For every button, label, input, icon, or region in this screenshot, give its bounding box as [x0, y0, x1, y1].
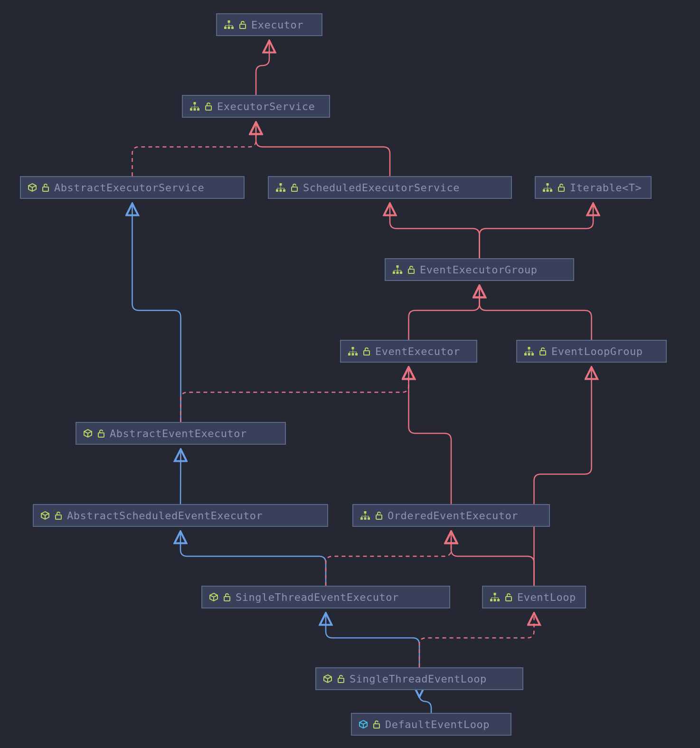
edge-AbstractScheduledEventExecutor-AbstractEventExecutor [180, 450, 181, 504]
svg-rect-2 [228, 27, 230, 29]
svg-rect-37 [544, 188, 544, 189]
svg-rect-14 [195, 104, 195, 107]
svg-rect-30 [292, 187, 297, 191]
svg-rect-77 [365, 514, 366, 516]
svg-rect-18 [195, 107, 195, 108]
svg-rect-43 [397, 271, 399, 274]
node-label: OrderedEventExecutor [388, 510, 518, 522]
edge-EventExecutor-EventExecutorGroup [409, 287, 480, 340]
unlocked-icon [373, 720, 380, 729]
svg-rect-50 [408, 269, 414, 273]
node-label: Executor [251, 19, 303, 31]
interface-icon [348, 346, 358, 356]
edge-AbstractEventExecutor-AbstractExecutorService [132, 205, 181, 422]
unlocked-icon [558, 183, 565, 192]
svg-rect-9 [240, 24, 246, 28]
svg-rect-17 [198, 107, 199, 108]
node-AbstractExecutorService[interactable]: AbstractExecutorService [20, 176, 245, 199]
svg-rect-65 [529, 349, 530, 352]
edge-ExecutorService-Executor [256, 42, 269, 95]
svg-rect-24 [283, 189, 285, 192]
class-icon [209, 592, 218, 602]
svg-rect-42 [393, 271, 395, 274]
svg-rect-22 [276, 189, 278, 192]
svg-rect-79 [361, 516, 362, 517]
svg-rect-95 [374, 724, 379, 728]
node-label: ExecutorService [217, 101, 315, 112]
svg-rect-93 [506, 597, 511, 601]
svg-rect-67 [525, 352, 526, 353]
svg-rect-34 [550, 189, 552, 192]
node-EventLoopGroup[interactable]: EventLoopGroup [516, 340, 667, 363]
svg-rect-10 [194, 102, 196, 104]
svg-rect-6 [225, 25, 226, 27]
svg-rect-68 [532, 352, 533, 353]
svg-rect-69 [529, 352, 530, 353]
svg-rect-48 [401, 270, 401, 271]
node-EventLoop[interactable]: EventLoop [482, 586, 586, 608]
svg-rect-38 [551, 188, 551, 189]
node-label: EventExecutorGroup [420, 264, 537, 276]
svg-rect-40 [558, 187, 564, 191]
class-icon [359, 720, 368, 729]
svg-rect-80 [369, 516, 369, 517]
node-label: EventLoop [517, 591, 576, 603]
svg-rect-8 [229, 25, 229, 27]
unlocked-icon [363, 347, 370, 355]
unlocked-icon [375, 511, 383, 520]
svg-rect-25 [281, 186, 281, 188]
svg-rect-31 [547, 183, 549, 186]
svg-rect-19 [206, 106, 211, 110]
node-SingleThreadEventLoop[interactable]: SingleThreadEventLoop [315, 667, 523, 690]
class-icon [40, 511, 50, 520]
node-ScheduledExecutorService[interactable]: ScheduledExecutorService [268, 176, 512, 199]
node-Iterable[interactable]: Iterable<T> [535, 176, 652, 199]
svg-rect-92 [495, 598, 495, 599]
node-SingleThreadEventExecutor[interactable]: SingleThreadEventExecutor [201, 586, 450, 608]
interface-icon [490, 592, 500, 602]
svg-rect-32 [543, 189, 545, 192]
node-label: AbstractEventExecutor [110, 428, 247, 439]
class-hierarchy-diagram: Executor ExecutorService AbstractExecuto… [0, 0, 700, 748]
svg-rect-64 [531, 353, 534, 355]
svg-rect-1 [224, 27, 227, 29]
edge-OrderedEventExecutor-EventExecutor [409, 368, 452, 504]
unlocked-icon [337, 674, 345, 683]
node-label: SingleThreadEventExecutor [236, 591, 399, 603]
unlocked-icon [407, 265, 415, 274]
node-label: EventLoopGroup [551, 346, 643, 357]
edges-layer [0, 0, 700, 748]
svg-rect-60 [364, 351, 369, 355]
node-EventExecutorGroup[interactable]: EventExecutorGroup [385, 258, 574, 281]
node-Executor[interactable]: Executor [216, 13, 322, 36]
node-label: EventExecutor [375, 346, 460, 357]
edge-EventLoopGroup-EventExecutorGroup [480, 287, 592, 340]
node-label: SingleThreadEventLoop [350, 673, 487, 685]
svg-rect-83 [224, 597, 230, 601]
svg-rect-57 [349, 352, 350, 353]
unlocked-icon [539, 347, 547, 355]
svg-rect-4 [229, 23, 229, 25]
svg-rect-27 [277, 188, 277, 189]
node-EventExecutor[interactable]: EventExecutor [340, 340, 477, 363]
svg-rect-61 [528, 347, 530, 349]
svg-rect-29 [281, 188, 281, 189]
svg-rect-53 [352, 353, 354, 355]
unlocked-icon [42, 183, 49, 192]
svg-rect-7 [232, 25, 233, 27]
svg-rect-81 [365, 516, 366, 517]
svg-rect-73 [364, 511, 367, 514]
node-AbstractEventExecutor[interactable]: AbstractEventExecutor [76, 422, 286, 445]
edge-SingleThreadEventExecutor-OrderedEventExecutor [326, 533, 451, 586]
node-ExecutorService[interactable]: ExecutorService [182, 95, 330, 118]
edge-DefaultEventLoop-SingleThreadEventLoop [419, 695, 431, 713]
svg-rect-62 [524, 353, 527, 355]
svg-rect-11 [190, 108, 192, 111]
node-DefaultEventLoop[interactable]: DefaultEventLoop [351, 713, 511, 736]
svg-rect-20 [43, 187, 48, 191]
edge-EventExecutorGroup-ScheduledExecutorService [390, 205, 480, 258]
unlocked-icon [55, 511, 62, 520]
node-AbstractScheduledEventExecutor[interactable]: AbstractScheduledEventExecutor [33, 504, 328, 527]
svg-rect-75 [364, 517, 367, 520]
node-OrderedEventExecutor[interactable]: OrderedEventExecutor [352, 504, 550, 527]
